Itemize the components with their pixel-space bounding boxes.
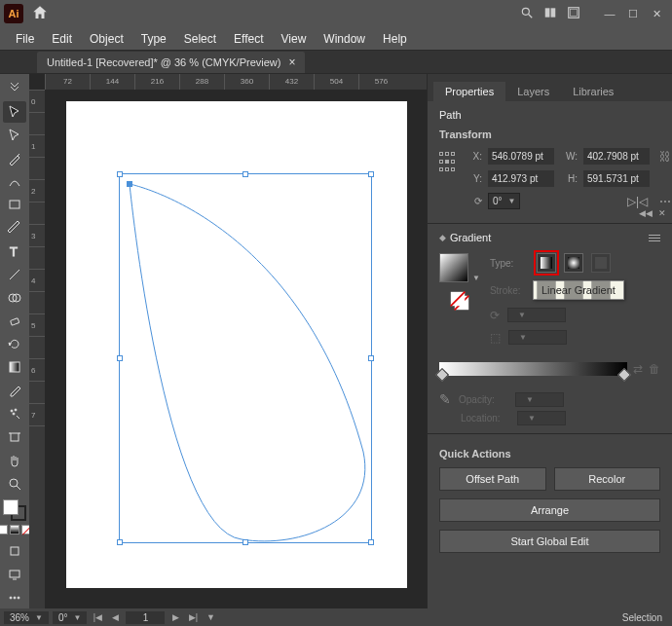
zoom-level-field[interactable]: 36%▼ (4, 611, 49, 624)
y-field[interactable] (488, 170, 554, 187)
delete-stop-icon[interactable]: 🗑 (649, 362, 660, 376)
gradient-stroke-label: Stroke: (490, 285, 529, 296)
svg-rect-5 (571, 9, 578, 16)
rectangle-tool[interactable] (3, 194, 26, 215)
rotate-view-field[interactable]: 0°▼ (53, 611, 87, 624)
gradient-panel-title: Gradient (450, 232, 491, 243)
panel-collapse-icon[interactable]: ◀◀ (639, 208, 653, 218)
home-icon[interactable] (31, 4, 49, 24)
workspace-switcher-icon[interactable] (567, 6, 580, 22)
tab-layers[interactable]: Layers (505, 82, 561, 101)
handle-se[interactable] (368, 539, 374, 545)
window-maximize-button[interactable]: ☐ (621, 4, 645, 23)
search-icon[interactable] (520, 6, 534, 22)
handle-nw[interactable] (117, 171, 123, 177)
artboard-tool[interactable] (3, 426, 26, 448)
eraser-tool[interactable] (3, 311, 26, 332)
gradient-preset-dropdown-icon[interactable]: ▼ (472, 274, 480, 282)
window-minimize-button[interactable]: — (598, 4, 621, 23)
close-tab-icon[interactable]: × (288, 55, 295, 69)
tab-libraries[interactable]: Libraries (561, 82, 625, 101)
start-global-edit-button[interactable]: Start Global Edit (439, 530, 660, 553)
last-artboard-button[interactable]: ▶| (186, 611, 200, 623)
menu-window[interactable]: Window (316, 30, 373, 48)
symbol-sprayer-tool[interactable] (3, 403, 26, 424)
offset-path-button[interactable]: Offset Path (439, 467, 546, 491)
menu-type[interactable]: Type (133, 30, 174, 48)
window-close-button[interactable]: ✕ (645, 4, 668, 23)
selection-bounding-box[interactable] (119, 173, 372, 543)
canvas-area[interactable]: 72144216288360432504576 01234567 (29, 74, 427, 608)
handle-ne[interactable] (368, 171, 374, 177)
svg-point-13 (11, 410, 13, 412)
w-field[interactable] (583, 148, 650, 165)
color-mode-icon[interactable] (0, 525, 8, 534)
panel-expand-icon[interactable]: ◆ (439, 233, 446, 242)
h-field[interactable] (583, 170, 650, 187)
tab-properties[interactable]: Properties (433, 82, 505, 101)
gradient-mode-icon[interactable] (10, 525, 19, 534)
selection-tool[interactable] (3, 101, 26, 123)
first-artboard-button[interactable]: |◀ (91, 611, 104, 623)
document-tab[interactable]: Untitled-1 [Recovered]* @ 36 % (CMYK/Pre… (37, 52, 305, 73)
gradient-preview-swatch[interactable] (439, 253, 468, 282)
toolbar-toggle-icon[interactable] (3, 78, 26, 99)
zoom-tool[interactable] (3, 473, 26, 495)
next-artboard-button[interactable]: ▶ (168, 611, 182, 623)
panel-close-icon[interactable]: ✕ (658, 208, 666, 218)
screen-mode-icon[interactable] (3, 564, 26, 585)
recolor-button[interactable]: Recolor (554, 467, 661, 491)
handle-sw[interactable] (117, 539, 123, 545)
arrange-documents-icon[interactable] (543, 6, 557, 22)
menu-view[interactable]: View (274, 30, 315, 48)
eyedropper-tool[interactable] (3, 380, 26, 401)
artboard-number-field[interactable]: 1 (126, 611, 165, 624)
artboard-nav-dropdown-icon[interactable]: ▼ (204, 611, 217, 623)
hand-tool[interactable] (3, 450, 26, 471)
gradient-slider[interactable] (439, 362, 627, 376)
prev-artboard-button[interactable]: ◀ (108, 611, 122, 623)
handle-s[interactable] (243, 539, 248, 545)
menu-help[interactable]: Help (375, 30, 415, 48)
direct-selection-tool[interactable] (3, 125, 26, 146)
flip-horizontal-icon[interactable]: ▷|◁ (627, 195, 648, 208)
freeform-gradient-button[interactable] (591, 253, 611, 273)
panel-menu-icon[interactable] (649, 235, 660, 241)
quick-actions-section: Quick Actions Offset Path Recolor Arrang… (428, 433, 672, 571)
reference-point-selector[interactable] (439, 152, 455, 173)
rotate-field[interactable]: 0°▼ (488, 193, 520, 209)
menu-object[interactable]: Object (82, 30, 131, 48)
svg-text:T: T (10, 244, 18, 259)
paintbrush-tool[interactable] (3, 217, 26, 239)
edit-toolbar-icon[interactable] (3, 587, 26, 608)
menu-select[interactable]: Select (176, 30, 224, 48)
link-wh-icon[interactable]: ⛓ (659, 150, 671, 164)
radial-gradient-button[interactable] (564, 253, 583, 273)
arrange-button[interactable]: Arrange (439, 498, 660, 522)
type-tool[interactable]: T (3, 240, 26, 262)
x-field[interactable] (488, 148, 554, 165)
h-label: H: (560, 173, 578, 184)
reverse-gradient-icon[interactable]: ⇄ (633, 362, 643, 376)
gradient-tool[interactable] (3, 356, 26, 378)
handle-w[interactable] (117, 355, 123, 361)
fill-stroke-swatch[interactable] (3, 499, 26, 521)
pen-tool[interactable] (3, 148, 26, 169)
handle-n[interactable] (243, 171, 248, 177)
fill-stroke-gradient-toggle[interactable] (447, 288, 472, 313)
line-tool[interactable] (3, 264, 26, 285)
fill-swatch[interactable] (3, 499, 19, 515)
linear-gradient-button[interactable] (537, 253, 556, 273)
menu-file[interactable]: File (8, 30, 42, 48)
stop-color-icon: ✎ (439, 391, 451, 407)
more-options-icon[interactable]: ⋯ (659, 195, 671, 208)
menu-effect[interactable]: Effect (226, 30, 271, 48)
draw-mode-icon[interactable] (3, 540, 26, 562)
shape-builder-tool[interactable] (3, 287, 26, 309)
curvature-tool[interactable] (3, 170, 26, 192)
gradient-angle-field: ▼ (507, 308, 566, 322)
handle-e[interactable] (368, 355, 374, 361)
fill-none-icon[interactable] (449, 290, 467, 308)
rotate-tool[interactable] (3, 333, 26, 354)
menu-edit[interactable]: Edit (44, 30, 80, 48)
